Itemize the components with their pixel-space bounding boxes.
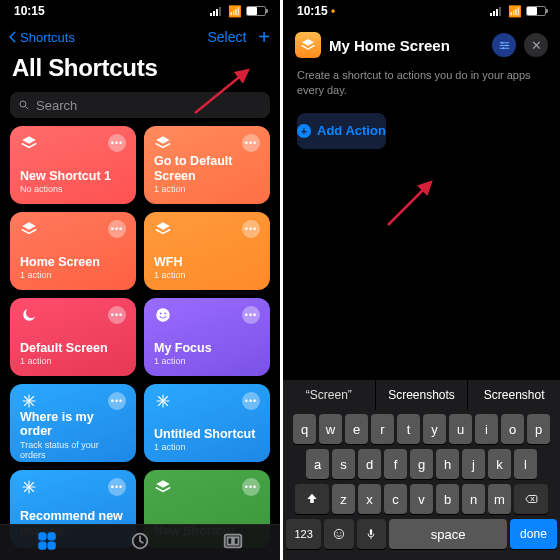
key-f[interactable]: f <box>384 449 407 479</box>
svg-line-1 <box>26 107 29 110</box>
key-r[interactable]: r <box>371 414 394 444</box>
sliders-icon <box>498 39 511 52</box>
page-title: All Shortcuts <box>0 52 280 88</box>
svg-rect-20 <box>48 541 55 548</box>
key-shift[interactable] <box>295 484 329 514</box>
key-y[interactable]: y <box>423 414 446 444</box>
more-button[interactable]: ••• <box>242 478 260 496</box>
layers-icon <box>154 220 172 238</box>
tab-shortcuts[interactable] <box>36 530 58 556</box>
svg-rect-19 <box>38 541 45 548</box>
key-o[interactable]: o <box>501 414 524 444</box>
shortcut-subtitle: 1 action <box>20 270 126 280</box>
key-done[interactable]: done <box>510 519 557 549</box>
key-g[interactable]: g <box>410 449 433 479</box>
key-c[interactable]: c <box>384 484 407 514</box>
key-t[interactable]: t <box>397 414 420 444</box>
key-b[interactable]: b <box>436 484 459 514</box>
svg-point-28 <box>502 47 504 49</box>
key-x[interactable]: x <box>358 484 381 514</box>
sparkle-icon <box>20 392 38 410</box>
shortcut-name: Where is my order <box>20 410 126 439</box>
key-q[interactable]: q <box>293 414 316 444</box>
shortcut-card[interactable]: •••Where is my orderTrack status of your… <box>10 384 136 462</box>
key-p[interactable]: p <box>527 414 550 444</box>
shortcut-card[interactable]: •••WFH1 action <box>144 212 270 290</box>
cellular-icon <box>210 7 224 16</box>
shortcut-name: Go to Default Screen <box>154 154 260 183</box>
close-icon: ✕ <box>531 38 542 53</box>
svg-rect-18 <box>48 532 55 539</box>
svg-point-31 <box>337 532 338 533</box>
key-h[interactable]: h <box>436 449 459 479</box>
shortcut-name-field[interactable]: My Home Screen <box>329 37 484 54</box>
key-u[interactable]: u <box>449 414 472 444</box>
status-time: 10:15 <box>14 4 45 18</box>
svg-point-30 <box>334 529 343 538</box>
select-button[interactable]: Select <box>207 29 246 45</box>
key-s[interactable]: s <box>332 449 355 479</box>
shortcut-card[interactable]: •••My Focus1 action <box>144 298 270 376</box>
more-button[interactable]: ••• <box>242 134 260 152</box>
shortcut-card[interactable]: •••Default Screen1 action <box>10 298 136 376</box>
key-n[interactable]: n <box>462 484 485 514</box>
mic-icon <box>364 527 378 541</box>
suggestion[interactable]: Screenshots <box>376 380 469 410</box>
svg-rect-33 <box>370 529 372 535</box>
shortcut-name: Untitled Shortcut <box>154 427 260 441</box>
shortcut-card[interactable]: •••New Shortcut 1No actions <box>10 126 136 204</box>
key-space[interactable]: space <box>389 519 507 549</box>
more-button[interactable]: ••• <box>108 392 126 410</box>
more-button[interactable]: ••• <box>108 478 126 496</box>
more-button[interactable]: ••• <box>242 220 260 238</box>
key-k[interactable]: k <box>488 449 511 479</box>
svg-point-2 <box>156 308 170 322</box>
svg-rect-23 <box>228 537 233 544</box>
svg-line-29 <box>388 182 431 225</box>
key-emoji[interactable] <box>324 519 353 549</box>
more-button[interactable]: ••• <box>242 306 260 324</box>
more-button[interactable]: ••• <box>108 220 126 238</box>
cellular-icon <box>490 7 504 16</box>
key-z[interactable]: z <box>332 484 355 514</box>
more-button[interactable]: ••• <box>108 306 126 324</box>
search-input[interactable]: Search <box>10 92 270 118</box>
backspace-icon <box>524 492 538 506</box>
shortcut-card[interactable]: •••Go to Default Screen1 action <box>144 126 270 204</box>
key-mic[interactable] <box>357 519 386 549</box>
key-l[interactable]: l <box>514 449 537 479</box>
tab-automation[interactable] <box>129 530 151 556</box>
settings-button[interactable] <box>492 33 516 57</box>
svg-rect-17 <box>38 532 45 539</box>
key-backspace[interactable] <box>514 484 548 514</box>
key-a[interactable]: a <box>306 449 329 479</box>
shortcut-app-icon[interactable] <box>295 32 321 58</box>
shortcut-card[interactable]: •••Untitled Shortcut1 action <box>144 384 270 462</box>
shortcut-subtitle: 1 action <box>20 356 126 366</box>
key-v[interactable]: v <box>410 484 433 514</box>
add-action-button[interactable]: + Add Action <box>297 113 386 149</box>
add-shortcut-button[interactable]: + <box>258 27 270 47</box>
key-m[interactable]: m <box>488 484 511 514</box>
status-time: 10:15 <box>297 4 328 18</box>
suggestion[interactable]: “Screen” <box>283 380 376 410</box>
suggestion[interactable]: Screenshot <box>468 380 560 410</box>
close-button[interactable]: ✕ <box>524 33 548 57</box>
key-i[interactable]: i <box>475 414 498 444</box>
key-e[interactable]: e <box>345 414 368 444</box>
status-bar: 10:15 • 📶 <box>283 0 560 22</box>
more-button[interactable]: ••• <box>242 392 260 410</box>
add-action-label: Add Action <box>317 123 386 138</box>
battery-icon <box>246 6 266 16</box>
shortcut-card[interactable]: •••Home Screen1 action <box>10 212 136 290</box>
key-123[interactable]: 123 <box>286 519 321 549</box>
keyboard: qwertyuiop asdfghjkl zxcvbnm 123 space d… <box>283 410 560 560</box>
svg-point-4 <box>164 313 166 315</box>
back-button[interactable]: Shortcuts <box>6 30 75 45</box>
key-d[interactable]: d <box>358 449 381 479</box>
key-w[interactable]: w <box>319 414 342 444</box>
tab-gallery[interactable] <box>222 530 244 556</box>
more-button[interactable]: ••• <box>108 134 126 152</box>
key-j[interactable]: j <box>462 449 485 479</box>
moon-icon <box>20 306 38 324</box>
